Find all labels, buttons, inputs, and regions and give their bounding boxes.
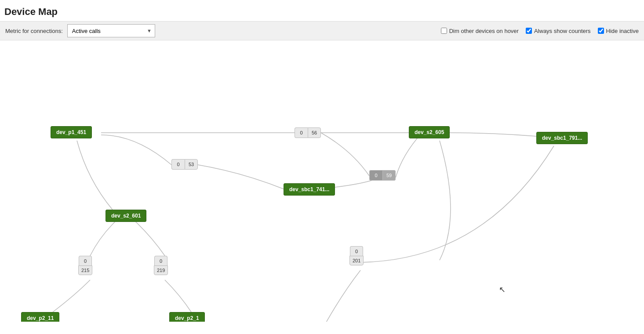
show-counters-label: Always show counters [534,28,591,34]
page-title: Device Map [0,0,644,21]
device-node-dev_p2_1[interactable]: dev_p2_1 [169,312,205,322]
dim-option[interactable]: Dim other devices on hover [441,28,519,34]
connections-svg [0,40,644,322]
map-canvas: dev_p1_451 dev_s2_605 dev_sbc1_791... de… [0,40,644,322]
dim-checkbox[interactable] [441,28,447,34]
counter-right-c2: 53 [185,159,198,170]
counter-bottom-cv3: 201 [349,256,364,265]
counter-bottom-cv2: 219 [154,265,168,275]
counter-right-c1: 56 [308,127,321,138]
device-node-dev_sbc1_791[interactable]: dev_sbc1_791... [536,132,588,144]
toolbar: Metric for connections: Active callsTota… [0,21,644,40]
device-node-dev_sbc1_741[interactable]: dev_sbc1_741... [284,183,335,196]
counter-node-cv2: 0 219 [154,256,168,275]
counter-node-cv3: 0 201 [349,246,364,265]
device-node-dev_s2_601[interactable]: dev_s2_601 [106,210,146,222]
counter-node-c3: 0 59 [369,170,396,181]
cursor-indicator: ↖ [499,285,506,294]
counter-left-c2: 0 [171,159,185,170]
counter-right-c3: 59 [382,170,396,181]
device-node-dev_s2_605[interactable]: dev_s2_605 [409,126,450,138]
hide-inactive-label: Hide inactive [606,28,639,34]
counter-node-c2: 0 53 [171,159,198,170]
counter-node-cv1: 0 215 [78,256,92,275]
hide-inactive-option[interactable]: Hide inactive [598,28,639,34]
metric-select[interactable]: Active callsTotal callsBandwidth [67,24,155,37]
dim-label: Dim other devices on hover [449,28,519,34]
counter-top-cv1: 0 [79,256,92,265]
metric-label: Metric for connections: [5,28,63,34]
counter-left-c3: 0 [369,170,382,181]
counter-left-c1: 0 [295,127,308,138]
device-node-dev_p2_11[interactable]: dev_p2_11 [21,312,59,322]
toolbar-options: Dim other devices on hover Always show c… [441,28,639,34]
counter-bottom-cv1: 215 [78,265,92,275]
show-counters-checkbox[interactable] [526,28,532,34]
hide-inactive-checkbox[interactable] [598,28,604,34]
show-counters-option[interactable]: Always show counters [526,28,591,34]
device-node-dev_p1_451[interactable]: dev_p1_451 [51,126,92,138]
counter-top-cv3: 0 [350,246,363,256]
counter-top-cv2: 0 [154,256,167,265]
metric-select-wrapper[interactable]: Active callsTotal callsBandwidth ▼ [67,24,155,37]
counter-node-c1: 0 56 [295,127,321,138]
